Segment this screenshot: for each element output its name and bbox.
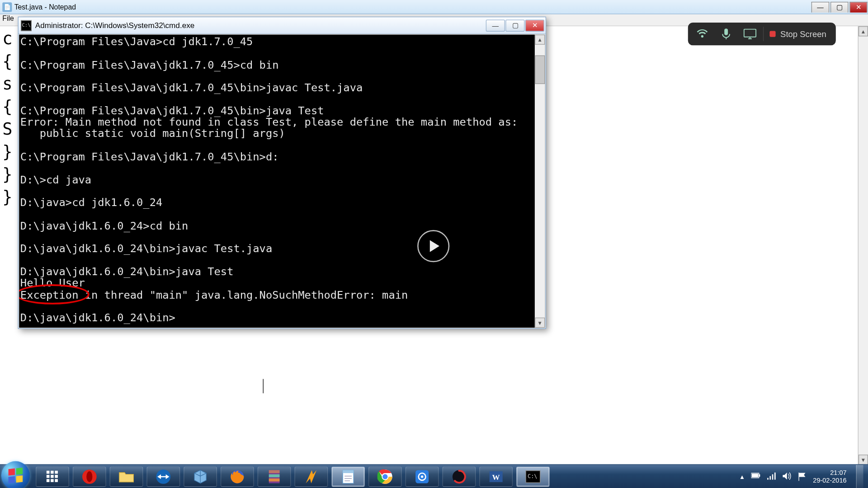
- microphone-icon[interactable]: [715, 25, 736, 43]
- svg-rect-36: [759, 474, 760, 477]
- taskbar-winamp-icon[interactable]: [294, 467, 328, 487]
- notepad-titlebar[interactable]: 📄 Test.java - Notepad — ▢ ✕: [0, 0, 868, 14]
- svg-rect-7: [55, 475, 58, 478]
- record-indicator-icon: [769, 31, 775, 37]
- taskbar-teamviewer-icon[interactable]: [146, 467, 180, 487]
- svg-rect-37: [752, 474, 759, 477]
- svg-text:W: W: [492, 473, 500, 482]
- svg-rect-20: [343, 470, 354, 473]
- svg-rect-6: [51, 475, 54, 478]
- svg-point-12: [86, 471, 92, 482]
- svg-rect-8: [47, 479, 50, 482]
- cmd-titlebar[interactable]: C:\ Administrator: C:\Windows\System32\c…: [19, 17, 546, 34]
- text-cursor: [263, 379, 264, 394]
- cmd-maximize-button[interactable]: ▢: [505, 19, 524, 31]
- cmd-line: C:\Program Files\Java\jdk1.7.0_45\bin>ja…: [20, 82, 533, 93]
- svg-rect-0: [724, 28, 728, 35]
- start-button[interactable]: [1, 461, 30, 488]
- tray-network-icon[interactable]: [766, 472, 776, 481]
- svg-point-29: [421, 475, 423, 478]
- notepad-menu-file[interactable]: File: [2, 14, 14, 23]
- stop-screen-button[interactable]: Stop Screen: [763, 27, 832, 41]
- taskbar-cmd-icon[interactable]: C:\: [516, 467, 550, 487]
- cmd-line: Hello User: [20, 277, 533, 289]
- cmd-line: [20, 70, 533, 81]
- scroll-down-icon[interactable]: ▼: [859, 455, 868, 465]
- scroll-thumb[interactable]: [535, 56, 545, 84]
- play-button[interactable]: [417, 230, 449, 262]
- cmd-line: C:\Program Files\Java\jdk1.7.0_45\bin>d:: [20, 151, 533, 162]
- tray-flag-icon[interactable]: [797, 472, 807, 481]
- notepad-maximize-button[interactable]: ▢: [830, 1, 849, 12]
- taskbar-snipping-icon[interactable]: [406, 467, 439, 487]
- cmd-title: Administrator: C:\Windows\System32\cmd.e…: [35, 21, 486, 30]
- cmd-line: [20, 254, 533, 266]
- taskbar-box-icon[interactable]: [184, 467, 217, 487]
- cmd-scrollbar[interactable]: ▲ ▼: [535, 34, 545, 328]
- tray-chevron-up-icon[interactable]: ▲: [739, 474, 745, 480]
- cmd-line: C:\Program Files\Java\jdk1.7.0_45>cd bin: [20, 59, 533, 70]
- cmd-line: [20, 231, 533, 243]
- cmd-line: C:\Program Files\Java>cd jdk1.7.0_45: [20, 36, 533, 47]
- scroll-up-icon[interactable]: ▲: [535, 34, 545, 44]
- scroll-down-icon[interactable]: ▼: [535, 318, 545, 328]
- cmd-line: [20, 208, 533, 220]
- notepad-close-button[interactable]: ✕: [849, 1, 868, 12]
- taskbar-explorer-icon[interactable]: [110, 467, 143, 487]
- svg-rect-16: [269, 470, 280, 473]
- svg-rect-38: [767, 478, 769, 480]
- cmd-line: [20, 47, 533, 59]
- cmd-line: C:\Program Files\Java\jdk1.7.0_45\bin>ja…: [20, 105, 533, 116]
- cmd-window: C:\ Administrator: C:\Windows\System32\c…: [18, 17, 546, 329]
- stop-screen-label: Stop Screen: [780, 29, 826, 39]
- cmd-line: D:\java\jdk1.6.0_24\bin>javac Test.java: [20, 243, 533, 254]
- taskbar-word-icon[interactable]: W: [479, 467, 513, 487]
- cmd-line: Exception in thread "main" java.lang.NoS…: [20, 289, 533, 300]
- clock-time: 21:07: [813, 469, 846, 477]
- cmd-icon: C:\: [21, 20, 32, 31]
- svg-rect-39: [769, 476, 771, 480]
- svg-rect-41: [774, 473, 776, 480]
- notepad-text-area[interactable]: c { s { S } } }: [2, 28, 12, 209]
- taskbar-clock[interactable]: 21:07 29-02-2016: [813, 469, 846, 484]
- show-desktop-button[interactable]: [856, 465, 863, 488]
- taskbar-chrome-icon[interactable]: [368, 467, 402, 487]
- notepad-scrollbar[interactable]: ▲ ▼: [858, 26, 868, 465]
- cmd-line: D:\java\jdk1.6.0_24>cd bin: [20, 220, 533, 231]
- cmd-line: D:\java\jdk1.6.0_24\bin>: [20, 312, 533, 323]
- svg-rect-4: [55, 471, 58, 474]
- taskbar-firefox-icon[interactable]: [221, 467, 254, 487]
- cmd-minimize-button[interactable]: —: [486, 19, 505, 31]
- cmd-line: D:\java>cd jdk1.6.0_24: [20, 197, 533, 208]
- clock-date: 29-02-2016: [813, 477, 846, 484]
- cmd-line: Error: Main method not found in class Te…: [20, 116, 533, 127]
- wifi-icon[interactable]: [692, 25, 713, 43]
- taskbar-loader-icon[interactable]: [442, 467, 476, 487]
- cmd-line: [20, 139, 533, 150]
- cmd-close-button[interactable]: ✕: [525, 19, 544, 31]
- taskbar-winrar-icon[interactable]: [258, 467, 291, 487]
- cmd-line: [20, 300, 533, 311]
- notepad-minimize-button[interactable]: —: [811, 1, 830, 12]
- tray-battery-icon[interactable]: [751, 472, 760, 481]
- screencast-toolbar: Stop Screen: [688, 23, 836, 45]
- cmd-line: [20, 185, 533, 197]
- system-tray: ▲ 21:07 29-02-2016: [739, 465, 868, 488]
- taskbar-notepad-icon[interactable]: [331, 467, 365, 487]
- tray-volume-icon[interactable]: [782, 472, 792, 481]
- svg-rect-17: [269, 474, 280, 478]
- taskbar: W C:\ ▲ 21:07 29-02-2016: [0, 464, 868, 488]
- svg-rect-10: [55, 479, 58, 482]
- taskbar-opera-icon[interactable]: [73, 467, 106, 487]
- svg-text:C:\: C:\: [528, 473, 537, 479]
- svg-rect-1: [744, 29, 756, 37]
- taskbar-apps-button[interactable]: [36, 467, 69, 487]
- svg-rect-40: [772, 474, 773, 480]
- svg-rect-2: [47, 471, 50, 474]
- monitor-icon[interactable]: [739, 25, 760, 43]
- cmd-output[interactable]: C:\Program Files\Java>cd jdk1.7.0_45 C:\…: [19, 34, 535, 328]
- cmd-line: [20, 93, 533, 104]
- scroll-up-icon[interactable]: ▲: [859, 26, 868, 36]
- cmd-line: D:\java\jdk1.6.0_24\bin>java Test: [20, 266, 533, 277]
- svg-rect-9: [51, 479, 54, 482]
